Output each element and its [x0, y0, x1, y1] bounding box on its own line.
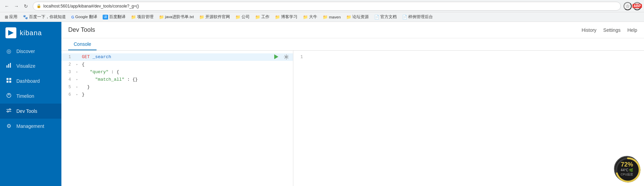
svg-point-13 [7, 111, 9, 112]
bookmark-opensource[interactable]: 📁 开源软件官网 [197, 14, 232, 20]
editor-pane[interactable]: 1 GET _search 2 ▸ { [61, 51, 293, 186]
match-all-key: "match_all" [95, 77, 125, 82]
bookmark-baidu-translate-label: 百度翻译 [109, 14, 126, 19]
folder-icon-company: 📁 [235, 15, 240, 19]
tab-console-label: Console [74, 41, 91, 47]
line-number-4: 4 [61, 76, 74, 83]
svg-rect-5 [9, 78, 11, 80]
folder-icon-daniu: 📁 [303, 15, 308, 19]
result-pane: 1 [293, 51, 644, 186]
line-number-3: 3 [61, 68, 74, 76]
svg-point-17 [286, 56, 287, 58]
refresh-button[interactable]: ↻ [22, 2, 30, 10]
bookmark-admin-label: 样例管理后台 [408, 14, 433, 19]
sidebar-item-discover[interactable]: ◎ Discover [0, 44, 61, 58]
abp-button[interactable]: ABP [633, 2, 641, 10]
lock-icon: 🔒 [36, 4, 41, 8]
bookmark-docs[interactable]: 📄 官方文档 [372, 14, 399, 20]
line-content-1: GET _search [80, 53, 293, 61]
address-text: localhost:5601/app/kibana#/dev_tools/con… [43, 4, 617, 9]
bookmarks-bar: ⊞ 应用 🐾 百度一下，你就知道 G Google 翻译 译 百度翻译 📁 项目… [0, 12, 644, 22]
editor-settings-button[interactable] [282, 53, 290, 61]
sidebar-item-devtools-label: Dev Tools [16, 108, 37, 114]
kibana-logo-icon [5, 27, 16, 38]
bookmark-apps[interactable]: ⊞ 应用 [3, 14, 19, 20]
bookmark-google-translate[interactable]: G Google 翻译 [69, 14, 99, 20]
sidebar-item-visualize[interactable]: Visualize [0, 58, 61, 74]
tab-console[interactable]: Console [68, 39, 97, 50]
bookmark-work-label: 工作 [261, 14, 269, 19]
line-number-5: 5 [61, 83, 74, 91]
admin-icon: 📄 [402, 15, 407, 19]
bookmark-baidu[interactable]: 🐾 百度一下，你就知道 [21, 14, 68, 20]
line-number-1: 1 [61, 53, 74, 61]
baidu-translate-icon: 译 [103, 15, 108, 19]
line-gutter-5: ▸ [74, 83, 80, 91]
docs-icon: 📄 [374, 15, 379, 19]
bookmark-java-book[interactable]: 📁 java进阶书单.txt [157, 14, 196, 20]
dashboard-icon [5, 78, 12, 84]
bookmark-daniu-label: 大牛 [309, 14, 317, 19]
bookmark-project-label: 项目管理 [137, 14, 153, 19]
bookmark-maven[interactable]: 📁 maven [321, 14, 343, 20]
address-bar[interactable]: 🔒 localhost:5601/app/kibana#/dev_tools/c… [33, 2, 621, 11]
back-button[interactable]: ← [3, 2, 11, 10]
forward-button[interactable]: → [12, 2, 20, 10]
bookmark-company[interactable]: 📁 公司 [233, 14, 252, 20]
folder-icon-blog: 📁 [275, 15, 280, 19]
history-button[interactable]: History [582, 27, 597, 33]
line-content-3: "query" : { [80, 68, 293, 76]
svg-rect-3 [10, 63, 11, 68]
svg-point-10 [9, 109, 11, 110]
sidebar-item-devtools[interactable]: Dev Tools [0, 104, 61, 119]
get-keyword: GET [82, 54, 90, 59]
svg-marker-16 [274, 54, 278, 59]
svg-marker-9 [8, 94, 10, 95]
apps-icon: ⊞ [5, 15, 8, 19]
indent-3 [82, 69, 87, 75]
sidebar-item-dashboard-label: Dashboard [16, 78, 40, 84]
bookmark-admin[interactable]: 📄 样例管理后台 [400, 14, 435, 20]
folder-icon-maven: 📁 [323, 15, 328, 19]
run-button[interactable] [272, 53, 280, 61]
endpoint: _search [92, 54, 111, 59]
settings-button[interactable]: Settings [603, 27, 621, 33]
code-line-2: 2 ▸ { [61, 61, 293, 68]
result-line-number-1: 1 [293, 53, 306, 61]
sidebar-item-discover-label: Discover [16, 49, 35, 54]
bookmark-baidu-translate[interactable]: 译 百度翻译 [101, 14, 128, 20]
bookmark-company-label: 公司 [241, 14, 250, 19]
bookmark-forum[interactable]: 📁 论坛资源 [344, 14, 371, 20]
bookmark-apps-label: 应用 [9, 14, 17, 19]
discover-icon: ◎ [5, 48, 12, 54]
header-actions: History Settings Help [582, 27, 637, 33]
line-number-6: 6 [61, 91, 74, 98]
management-icon: ⚙ [5, 123, 12, 129]
browser-actions: ☆ ABP [624, 2, 641, 10]
match-all-val: : {} [127, 77, 138, 82]
bookmark-daniu[interactable]: 📁 大牛 [301, 14, 319, 20]
code-editor[interactable]: 1 GET _search 2 ▸ { [61, 51, 293, 98]
svg-rect-4 [6, 78, 9, 80]
svg-rect-2 [8, 64, 9, 68]
sidebar-item-timelion-label: Timelion [16, 93, 34, 99]
sidebar-item-timelion[interactable]: Timelion [0, 89, 61, 104]
timelion-icon [5, 93, 12, 99]
line-content-2: { [80, 61, 293, 68]
bookmark-project[interactable]: 📁 项目管理 [129, 14, 156, 20]
query-key: "query" [90, 69, 108, 75]
main-header: Dev Tools History Settings Help [61, 22, 644, 38]
sidebar-item-management-label: Management [16, 123, 44, 129]
cpu-widget: 72% 44°C 🌿 CPU温度 [614, 156, 640, 182]
bookmark-star-button[interactable]: ☆ [624, 2, 632, 10]
editor-toolbar [272, 53, 290, 61]
line-content-6: } [80, 91, 293, 98]
help-button[interactable]: Help [627, 27, 637, 33]
bookmark-blog[interactable]: 📁 博客学习 [273, 14, 299, 20]
app-area: kibana ◎ Discover Visualize [0, 22, 644, 186]
sidebar-item-management[interactable]: ⚙ Management [0, 119, 61, 133]
sidebar-item-dashboard[interactable]: Dashboard [0, 74, 61, 89]
folder-icon-java: 📁 [159, 15, 164, 19]
line-gutter-4: ▸ [74, 76, 80, 83]
bookmark-work[interactable]: 📁 工作 [253, 14, 272, 20]
